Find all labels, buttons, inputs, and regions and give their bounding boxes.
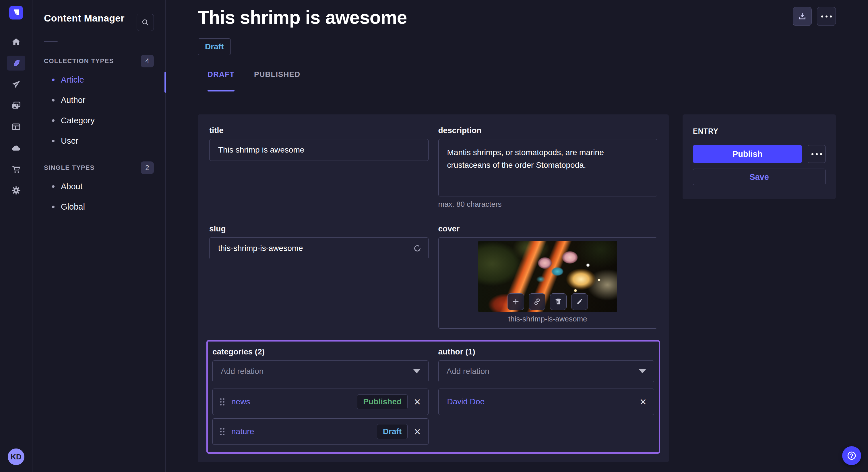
sidebar-item-global[interactable]: Global xyxy=(44,197,154,217)
relation-link[interactable]: David Doe xyxy=(447,397,640,406)
delete-asset-button[interactable] xyxy=(550,293,567,310)
chevron-down-icon xyxy=(413,369,420,373)
remove-relation-button[interactable]: × xyxy=(414,426,421,437)
trash-icon xyxy=(554,298,562,306)
version-tabs: DRAFT PUBLISHED xyxy=(198,70,836,92)
entry-panel: ENTRY Publish Save xyxy=(683,114,836,199)
refresh-icon xyxy=(413,244,422,252)
strapi-app: KD Content Manager COLLECTION TYPES 4 Ar… xyxy=(0,0,868,472)
single-types-label: SINGLE TYPES xyxy=(44,164,95,171)
relation-item-nature: nature Draft × xyxy=(212,418,429,445)
send-icon[interactable] xyxy=(7,77,25,92)
page-header: This shrimp is awesome xyxy=(198,0,836,28)
relation-link[interactable]: nature xyxy=(231,427,377,436)
tab-active-underline xyxy=(208,90,235,92)
edit-asset-button[interactable] xyxy=(571,293,588,310)
sidebar-item-about[interactable]: About xyxy=(44,176,154,197)
bullet-icon xyxy=(52,78,55,81)
home-icon[interactable] xyxy=(7,34,25,49)
rail-footer: KD xyxy=(0,441,32,472)
sidebar-title: Content Manager xyxy=(44,12,125,24)
relation-link[interactable]: news xyxy=(231,397,357,406)
copy-link-button[interactable] xyxy=(529,293,546,310)
description-textarea[interactable]: Mantis shrimps, or stomatopods, are mari… xyxy=(438,139,658,196)
bullet-icon xyxy=(52,99,55,102)
publish-button[interactable]: Publish xyxy=(693,145,802,163)
entry-more-button[interactable] xyxy=(808,145,826,163)
tab-published[interactable]: PUBLISHED xyxy=(244,70,310,92)
sidebar-header: Content Manager xyxy=(44,0,154,31)
search-button[interactable] xyxy=(136,14,154,31)
remove-relation-button[interactable]: × xyxy=(640,396,646,407)
field-title: title xyxy=(209,126,429,209)
collection-types-count: 4 xyxy=(141,55,154,67)
more-dots-icon xyxy=(811,153,822,155)
media-icon[interactable] xyxy=(7,98,25,113)
header-actions xyxy=(793,7,836,26)
add-asset-button[interactable] xyxy=(507,293,524,310)
bullet-icon xyxy=(52,206,55,208)
download-icon xyxy=(798,12,807,21)
plus-icon xyxy=(512,298,520,306)
section-single-types: SINGLE TYPES 2 About Global xyxy=(44,162,154,217)
title-label: title xyxy=(209,126,429,135)
layout-icon[interactable] xyxy=(7,119,25,134)
chevron-down-icon xyxy=(639,369,646,373)
slug-label: slug xyxy=(209,224,429,233)
edit-form-panel: title description Mantis shrimps, or sto… xyxy=(198,114,669,462)
cart-icon[interactable] xyxy=(7,162,25,177)
cover-asset-card: this-shrimp-is-awesome xyxy=(438,237,658,329)
collection-types-label: COLLECTION TYPES xyxy=(44,57,114,65)
header-more-button[interactable] xyxy=(817,7,836,26)
section-collection-types: COLLECTION TYPES 4 Article Author Catego… xyxy=(44,55,154,151)
bullet-icon xyxy=(52,119,55,122)
drag-handle-icon[interactable] xyxy=(220,428,224,435)
feather-icon[interactable] xyxy=(7,56,25,71)
categories-label: categories (2) xyxy=(212,347,429,357)
relation-status-badge: Draft xyxy=(377,424,408,439)
field-categories: categories (2) Add relation news Publish… xyxy=(212,347,429,445)
tab-draft[interactable]: DRAFT xyxy=(198,70,244,92)
relation-item-news: news Published × xyxy=(212,389,429,415)
sidebar-item-author[interactable]: Author xyxy=(44,90,154,110)
relation-item-david-doe: David Doe × xyxy=(438,389,654,415)
sidebar-divider xyxy=(44,41,58,42)
field-description: description Mantis shrimps, or stomatopo… xyxy=(438,126,658,209)
sidebar-item-article[interactable]: Article xyxy=(44,70,154,90)
export-button[interactable] xyxy=(793,7,812,26)
content-manager-sidebar: Content Manager COLLECTION TYPES 4 Artic… xyxy=(32,0,166,472)
sidebar-item-user[interactable]: User xyxy=(44,131,154,151)
regenerate-slug-button[interactable] xyxy=(413,244,422,252)
strapi-logo[interactable] xyxy=(9,6,23,20)
field-cover: cover xyxy=(438,224,658,329)
pencil-icon xyxy=(576,298,584,306)
sidebar-item-category[interactable]: Category xyxy=(44,110,154,131)
slug-input[interactable] xyxy=(209,237,429,259)
categories-relation-combobox[interactable]: Add relation xyxy=(212,361,429,382)
rail-nav-items xyxy=(7,34,25,198)
help-button[interactable] xyxy=(842,446,861,465)
field-slug: slug xyxy=(209,224,429,329)
user-avatar[interactable]: KD xyxy=(8,448,24,465)
bullet-icon xyxy=(52,185,55,188)
cloud-icon[interactable] xyxy=(7,140,25,156)
save-button[interactable]: Save xyxy=(693,169,826,185)
title-input[interactable] xyxy=(209,139,429,161)
link-icon xyxy=(533,298,541,306)
description-label: description xyxy=(438,126,658,135)
description-hint: max. 80 characters xyxy=(438,200,658,209)
nav-rail: KD xyxy=(0,0,32,472)
bullet-icon xyxy=(52,140,55,142)
author-label: author (1) xyxy=(438,347,654,357)
main-content: This shrimp is awesome Draft DRAFT PUBLI… xyxy=(166,0,868,472)
cover-caption: this-shrimp-is-awesome xyxy=(439,314,657,324)
status-badge: Draft xyxy=(198,38,231,55)
drag-handle-icon[interactable] xyxy=(220,398,224,405)
entry-panel-title: ENTRY xyxy=(693,127,826,135)
author-relation-combobox[interactable]: Add relation xyxy=(438,361,654,382)
relation-status-badge: Published xyxy=(357,394,408,409)
gear-icon[interactable] xyxy=(7,183,25,198)
remove-relation-button[interactable]: × xyxy=(414,396,421,407)
more-dots-icon xyxy=(821,15,832,18)
field-author: author (1) Add relation David Doe × xyxy=(438,347,654,415)
